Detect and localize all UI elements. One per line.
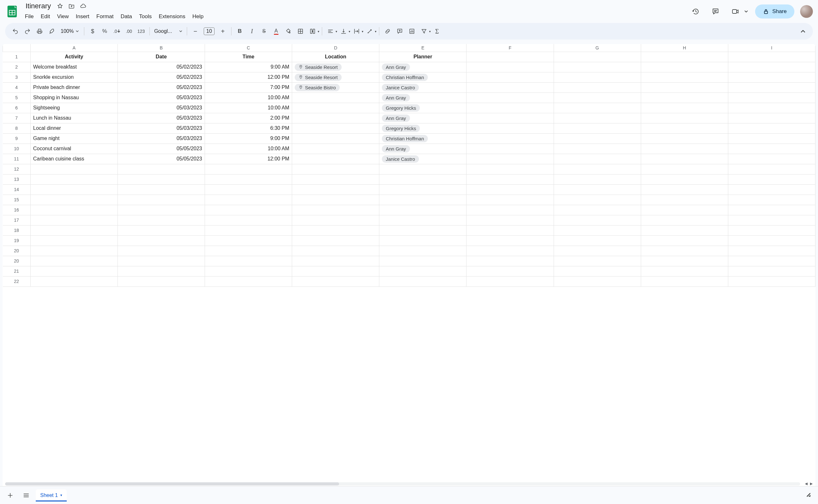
cell[interactable] [205,235,292,246]
cell[interactable] [728,133,815,144]
cell[interactable]: Christian Hoffman [379,72,466,82]
cell[interactable]: 05/03/2023 [117,133,204,144]
cell[interactable] [641,215,728,225]
cell[interactable] [728,215,815,225]
cell[interactable]: Shopping in Nassau [30,93,117,103]
menu-data[interactable]: Data [117,11,135,22]
cell[interactable] [30,225,117,235]
cell[interactable] [379,174,466,184]
row[interactable]: 3Snorkle excursion05/02/202312:00 PMSeas… [3,72,815,82]
sheet-tab[interactable]: Sheet 1 ▾ [36,489,67,501]
cell[interactable] [641,113,728,123]
cell[interactable] [554,103,641,113]
cell[interactable] [554,123,641,133]
cell[interactable] [117,256,204,266]
cell[interactable] [205,266,292,276]
cell[interactable] [466,205,554,215]
cell[interactable]: Coconut carnival [30,144,117,154]
cell[interactable] [466,184,554,195]
cell[interactable] [554,256,641,266]
comments-icon[interactable] [709,4,723,19]
font-family-select[interactable]: Googl... [152,26,184,37]
cell[interactable] [728,82,815,93]
add-sheet-button[interactable] [4,489,17,502]
col-header[interactable]: A [30,44,117,52]
col-header[interactable]: H [641,44,728,52]
cell[interactable] [205,246,292,256]
cell[interactable] [641,62,728,72]
cell[interactable] [30,266,117,276]
cell[interactable] [205,164,292,174]
row[interactable]: 15 [3,195,815,205]
decrease-decimal-button[interactable]: .0 [111,26,123,37]
row[interactable]: 22 [3,276,815,286]
menu-help[interactable]: Help [189,11,207,22]
cell[interactable] [728,93,815,103]
cell[interactable] [292,266,379,276]
insert-chart-button[interactable] [406,26,418,37]
cell[interactable] [379,184,466,195]
cell[interactable] [205,225,292,235]
cell[interactable] [466,256,554,266]
cell[interactable] [641,184,728,195]
cell[interactable] [292,225,379,235]
row[interactable]: 2Welcome breakfast05/02/20239:00 AMSeasi… [3,62,815,72]
cell[interactable] [292,133,379,144]
cell[interactable]: Private beach dinner [30,82,117,93]
cell[interactable] [292,144,379,154]
cell[interactable]: Game night [30,133,117,144]
row-header[interactable]: 5 [3,93,31,103]
cell[interactable] [728,205,815,215]
increase-decimal-button[interactable]: .00 [123,26,135,37]
cell[interactable]: Lunch in Nassau [30,113,117,123]
cell[interactable] [30,164,117,174]
row-header[interactable]: 1 [3,52,31,62]
cell[interactable] [379,266,466,276]
cell[interactable] [292,113,379,123]
cell[interactable] [554,93,641,103]
row[interactable]: 12 [3,164,815,174]
cell[interactable] [292,205,379,215]
cell[interactable] [554,205,641,215]
cell[interactable] [641,82,728,93]
cell[interactable] [379,235,466,246]
cell[interactable]: 9:00 PM [205,133,292,144]
cell[interactable] [379,246,466,256]
cell[interactable] [554,82,641,93]
cell[interactable]: 05/02/2023 [117,72,204,82]
menu-file[interactable]: File [22,11,37,22]
cell[interactable] [466,144,554,154]
cell[interactable] [292,154,379,164]
cell[interactable] [641,205,728,215]
cell[interactable] [641,266,728,276]
spreadsheet-grid[interactable]: A B C D E F G H I 1ActivityDateTimeLocat… [3,44,815,486]
row-header[interactable]: 7 [3,113,31,123]
sheets-logo-icon[interactable] [5,4,19,19]
cell[interactable] [466,215,554,225]
functions-button[interactable]: Σ [431,26,443,37]
cell[interactable] [117,225,204,235]
cell[interactable] [466,154,554,164]
cell[interactable] [466,72,554,82]
cell[interactable] [466,225,554,235]
cell[interactable]: Activity [30,52,117,62]
row-header[interactable]: 22 [3,276,31,286]
cell[interactable] [728,225,815,235]
col-header[interactable]: B [117,44,204,52]
row[interactable]: 20 [3,256,815,266]
cell[interactable] [292,215,379,225]
row-header[interactable]: 18 [3,225,31,235]
cell[interactable]: Welcome breakfast [30,62,117,72]
document-title[interactable]: Itinerary [24,1,53,11]
cell[interactable] [30,205,117,215]
row-header[interactable]: 12 [3,164,31,174]
cell[interactable] [554,144,641,154]
cell[interactable] [117,215,204,225]
cell[interactable] [554,184,641,195]
cell[interactable]: 05/02/2023 [117,62,204,72]
cell[interactable] [466,174,554,184]
cell[interactable] [379,205,466,215]
cell[interactable]: Location [292,52,379,62]
cell[interactable] [379,164,466,174]
cell[interactable] [205,276,292,286]
